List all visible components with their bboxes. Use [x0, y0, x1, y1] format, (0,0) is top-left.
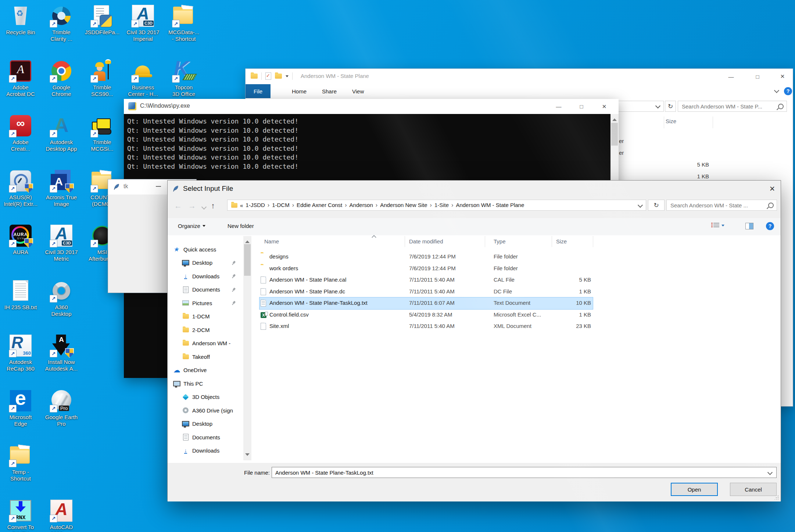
dialog-search-input[interactable]: [670, 202, 768, 209]
cancel-button[interactable]: Cancel: [730, 483, 777, 496]
sidebar-item-downloads[interactable]: ↓Downloads: [168, 444, 241, 458]
file-row[interactable]: work orders7/6/2019 12:44 PMFile folder: [259, 263, 593, 275]
file-name-input[interactable]: [272, 469, 768, 476]
desktop-icon-autodesk-recap-360[interactable]: R360↗AutodeskReCap 360: [1, 333, 40, 372]
desktop-icon-google-chrome[interactable]: ↗GoogleChrome: [42, 59, 81, 97]
column-separator[interactable]: [713, 117, 713, 128]
address-dropdown-icon[interactable]: [638, 203, 643, 208]
desktop-icon-ih-235-sb-txt[interactable]: IH 235 SB.txt: [1, 279, 40, 311]
desktop-icon-business-center[interactable]: ↗BusinessCenter - H...: [123, 59, 163, 97]
dialog-search-box[interactable]: [666, 200, 777, 211]
breadcrumb-item[interactable]: Anderson: [350, 202, 373, 208]
organize-button[interactable]: Organize: [178, 223, 205, 229]
column-header-size[interactable]: Size: [556, 238, 567, 244]
explorer-close-button[interactable]: ✕: [774, 69, 791, 84]
sidebar-item-downloads[interactable]: ↓Downloads: [168, 269, 241, 283]
desktop-icon-google-earth-pro[interactable]: Pro↗Google EarthPro: [42, 389, 81, 427]
sidebar-item-desktop[interactable]: Desktop: [168, 256, 241, 270]
explorer-minimize-button[interactable]: —: [723, 69, 740, 84]
desktop-icon-temp-shortcut[interactable]: ↗Temp -Shortcut: [1, 443, 40, 482]
explorer-refresh-button[interactable]: ↻: [665, 101, 676, 112]
view-mode-button[interactable]: [713, 223, 724, 228]
ribbon-expand-icon[interactable]: [774, 88, 779, 93]
column-header-date-modified[interactable]: Date modified: [409, 238, 443, 244]
dialog-refresh-button[interactable]: ↻: [648, 200, 665, 211]
explorer-tab-home[interactable]: Home: [284, 84, 315, 98]
dialog-close-button[interactable]: ✕: [764, 181, 781, 197]
scrollbar-thumb[interactable]: [244, 244, 251, 276]
desktop-icon-microsoft-edge[interactable]: e↗MicrosoftEdge: [1, 389, 40, 427]
explorer-tab-share[interactable]: Share: [314, 84, 345, 98]
open-button[interactable]: Open: [671, 483, 718, 496]
sidebar-item-1-dcm[interactable]: 1-DCM: [168, 310, 241, 324]
new-folder-icon[interactable]: [275, 74, 282, 79]
up-button[interactable]: ↑: [211, 201, 215, 210]
sidebar-item-documents[interactable]: Documents: [168, 283, 241, 297]
desktop-icon-install-now-autodesk[interactable]: A↗Install NowAutodesk A...: [42, 333, 81, 372]
scroll-up-icon[interactable]: [612, 116, 617, 121]
forward-button[interactable]: →: [188, 201, 196, 210]
file-row[interactable]: Anderson WM - State Plane.dc7/11/2011 5:…: [259, 286, 593, 298]
desktop-icon-convert-to-rinex[interactable]: RNX↗Convert ToRINEX: [1, 499, 40, 532]
preview-pane-button[interactable]: [745, 223, 753, 229]
dialog-address-bar[interactable]: « 1-JSDD›1-DCM›Eddie Axner Const›Anderso…: [227, 200, 646, 211]
address-dropdown-icon[interactable]: [655, 103, 660, 108]
desktop-icon-adobe-acrobat-dc[interactable]: A↗AdobeAcrobat DC: [1, 59, 40, 97]
recent-locations-dropdown-icon[interactable]: [201, 204, 207, 210]
breadcrumb-item[interactable]: 1-JSDD: [246, 202, 265, 208]
sidebar-scrollbar[interactable]: [243, 236, 251, 460]
file-row[interactable]: designs7/6/2019 12:44 PMFile folder: [259, 251, 593, 263]
desktop-icon-aura[interactable]: AURASYN↗AURA: [1, 224, 40, 256]
sidebar-item-this-pc[interactable]: This PC: [168, 377, 241, 390]
breadcrumb-item[interactable]: 1-Site: [434, 202, 449, 208]
sidebar-item-3d-objects[interactable]: 3D Objects: [168, 390, 241, 404]
desktop-icon-mcgdata-shortcut[interactable]: ↗MCGData-...- Shortcut: [164, 4, 204, 42]
explorer-help-icon[interactable]: ?: [784, 87, 792, 95]
breadcrumb-item[interactable]: Anderson New Site: [380, 202, 427, 208]
explorer-tab-view[interactable]: View: [344, 84, 372, 98]
desktop-icon-trimble-scs900[interactable]: ↗TrimbleSCS90...: [82, 59, 122, 97]
breadcrumb-item[interactable]: Eddie Axner Const: [297, 202, 342, 208]
new-folder-button[interactable]: New folder: [228, 223, 254, 229]
console-maximize-button[interactable]: □: [573, 99, 590, 114]
explorer-search-input[interactable]: [681, 103, 778, 110]
desktop-icon-trimble-clarity[interactable]: ↗TrimbleClarity ...: [42, 4, 81, 42]
column-header-name[interactable]: Name: [264, 238, 279, 244]
desktop-icon-recycle-bin[interactable]: ♻Recycle Bin: [1, 4, 40, 36]
desktop-icon-acronis-true-image[interactable]: A↗Acronis TrueImage: [42, 169, 81, 207]
explorer-tab-file[interactable]: File: [246, 84, 271, 98]
combo-dropdown-icon[interactable]: [767, 470, 773, 475]
sidebar-item-anderson-wm-[interactable]: Anderson WM -: [168, 337, 241, 350]
customize-qat-dropdown-icon[interactable]: [286, 75, 289, 79]
explorer-maximize-button[interactable]: □: [749, 69, 766, 84]
desktop-icon-trimble-mcgsi[interactable]: ↗TrimbleMCGSi...: [82, 114, 122, 152]
console-minimize-button[interactable]: —: [550, 99, 567, 114]
column-separator[interactable]: [593, 236, 593, 247]
desktop-icon-jsdd-filepa[interactable]: ↗JSDDFilePa...: [82, 4, 122, 36]
breadcrumb-item[interactable]: 1-DCM: [272, 202, 290, 208]
column-separator[interactable]: [552, 236, 552, 247]
column-header-type[interactable]: Type: [494, 238, 506, 244]
explorer-size-column-header[interactable]: Size: [666, 118, 676, 124]
column-separator[interactable]: [405, 236, 405, 247]
desktop-icon-civil-3d-2017-metric[interactable]: AC3D↗Civil 3D 2017Metric: [42, 224, 81, 262]
folder-icon[interactable]: [251, 74, 258, 79]
desktop-icon-adobe-creative[interactable]: ∞↗AdobeCreati...: [1, 114, 40, 152]
sidebar-item-documents[interactable]: Documents: [168, 431, 241, 444]
properties-check-icon[interactable]: [265, 72, 271, 80]
column-separator[interactable]: [485, 236, 485, 247]
console-close-button[interactable]: ✕: [596, 99, 613, 114]
sidebar-item-takeoff[interactable]: Takeoff: [168, 350, 241, 364]
desktop-icon-autocad-2020[interactable]: A↗AutoCAD2020 - ...: [42, 499, 81, 532]
desktop-icon-autodesk-desktop-app[interactable]: A↗AutodeskDesktop App: [42, 114, 81, 152]
sidebar-item-2-dcm[interactable]: 2-DCM: [168, 323, 241, 337]
sidebar-item-a360-drive-sign[interactable]: A360 Drive (sign: [168, 404, 241, 417]
desktop-icon-topcon-3d-office[interactable]: K↗Topcon3D Office: [164, 59, 204, 97]
scrollbar-thumb[interactable]: [611, 123, 618, 146]
sidebar-item-pictures[interactable]: Pictures: [168, 296, 241, 310]
file-row-selected[interactable]: Anderson WM - State Plane-TaskLog.txt7/1…: [259, 297, 593, 309]
file-row[interactable]: XControl.field.csv5/4/2019 8:32 AMMicros…: [259, 309, 593, 321]
desktop-icon-civil-3d-2017-imperial[interactable]: AC3D↗Civil 3D 2017Imperial: [123, 4, 163, 42]
desktop-icon-asus-intel-extreme[interactable]: ↗ASUS(R)Intel(R) Extr...: [1, 169, 40, 207]
column-separator[interactable]: [664, 117, 664, 128]
